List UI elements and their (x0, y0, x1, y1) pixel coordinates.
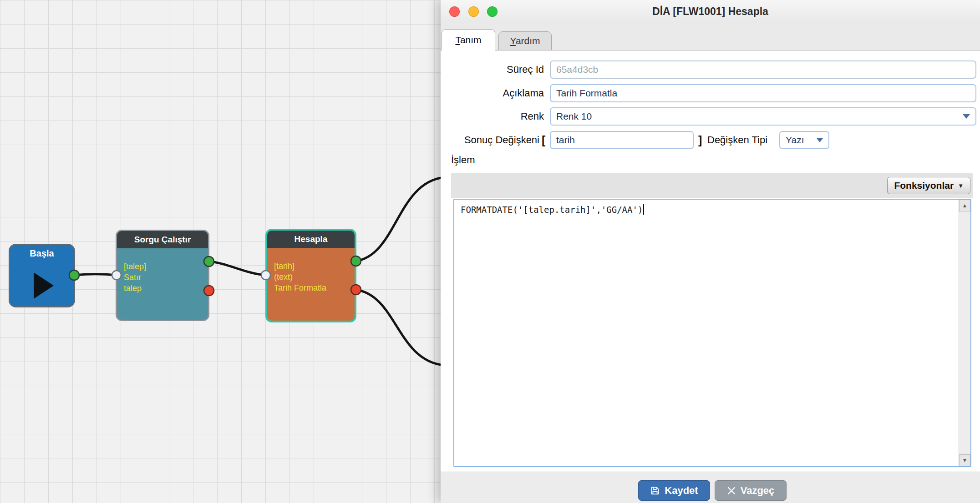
node-line: talep (124, 283, 204, 294)
node-line: Tarih Formatla (274, 282, 351, 293)
islem-label: İşlem (451, 154, 475, 166)
scroll-down-button[interactable]: ▼ (959, 454, 970, 466)
edge-hesapla-out-top[interactable] (356, 177, 444, 261)
formula-code: FORMATDATE('[talep.tarih]','GG/AA') (461, 205, 643, 215)
save-button-label: Kaydet (665, 485, 698, 497)
scroll-up-button[interactable]: ▲ (959, 200, 970, 211)
fonksiyonlar-button[interactable]: Fonksiyonlar ▼ (887, 177, 970, 194)
formula-editor-text[interactable]: FORMATDATE('[talep.tarih]','GG/AA') (454, 200, 959, 466)
degisken-tipi-select[interactable]: Yazı (779, 131, 829, 149)
aciklama-input[interactable] (550, 84, 976, 102)
tab-yardim-mnemonic: Y (510, 35, 515, 46)
tab-tanim-mnemonic: T (455, 35, 460, 45)
tab-yardim-label: ardım (516, 35, 540, 46)
cancel-button-label: Vazgeç (741, 485, 775, 497)
node-line: Satır (124, 272, 204, 283)
formula-editor: FORMATDATE('[talep.tarih]','GG/AA') ▲ ▼ (453, 199, 971, 467)
node-hesapla[interactable]: Hesapla [tarih] (text) Tarih Formatla (265, 229, 356, 322)
node-sorgu-calistir[interactable]: Sorgu Çalıştır [talep] Satır talep (116, 230, 209, 321)
node-hesapla-title: Hesapla (267, 231, 355, 248)
cancel-button[interactable]: Vazgeç (715, 480, 787, 501)
save-icon (650, 486, 660, 496)
text-cursor (643, 204, 644, 215)
play-icon (34, 272, 54, 299)
tab-tanim[interactable]: Tanım (442, 29, 495, 50)
sonuc-degiskeni-input[interactable] (550, 131, 694, 149)
tab-strip: Tanım Yardım (441, 23, 980, 50)
sonuc-degiskeni-label: Sonuç Değişkeni (451, 131, 539, 149)
hesapla-dialog: DİA [FLW1001] Hesapla Tanım Yardım Süreç… (441, 0, 980, 503)
renk-label: Renk (441, 107, 544, 126)
window-title: DİA [FLW1001] Hesapla (441, 0, 980, 23)
node-basla[interactable]: Başla (9, 244, 75, 307)
chevron-down-icon: ▼ (958, 182, 964, 189)
aciklama-label: Açıklama (441, 84, 544, 102)
tab-yardim[interactable]: Yardım (498, 31, 552, 50)
islem-toolbar: Fonksiyonlar ▼ (451, 173, 973, 198)
node-line: (text) (274, 272, 351, 282)
node-sorgu-title: Sorgu Çalıştır (117, 231, 208, 248)
node-basla-title: Başla (10, 248, 74, 259)
degisken-tipi-value: Yazı (786, 135, 804, 146)
bracket-close: ] (698, 131, 702, 149)
renk-select[interactable]: Renk 10 (550, 107, 976, 126)
tab-tanim-label: anım (460, 35, 482, 45)
dialog-footer: Kaydet Vazgeç (441, 472, 980, 503)
node-line: [talep] (124, 261, 204, 272)
node-line: [tarih] (274, 261, 351, 272)
chevron-down-icon (963, 114, 970, 119)
edge-basla-to-sorgu[interactable] (74, 274, 117, 275)
edge-hesapla-out-bottom[interactable] (356, 290, 444, 365)
dialog-titlebar[interactable]: DİA [FLW1001] Hesapla (441, 0, 980, 23)
fonksiyonlar-label: Fonksiyonlar (894, 180, 954, 191)
bracket-open: [ (542, 131, 545, 149)
chevron-down-icon (817, 138, 823, 142)
surec-id-label: Süreç Id (441, 60, 544, 79)
node-hesapla-body: [tarih] (text) Tarih Formatla (267, 248, 355, 293)
edge-sorgu-to-hesapla[interactable] (209, 262, 266, 275)
renk-select-value: Renk 10 (556, 111, 592, 122)
vertical-scrollbar[interactable]: ▲ ▼ (959, 200, 970, 466)
screen: Başla Sorgu Çalıştır [talep] Satır talep… (0, 0, 980, 503)
degisken-tipi-label: Değişken Tipi (707, 131, 767, 149)
surec-id-input[interactable] (550, 60, 976, 79)
node-sorgu-body: [talep] Satır talep (117, 248, 208, 294)
close-icon (727, 486, 736, 495)
save-button[interactable]: Kaydet (638, 480, 710, 501)
